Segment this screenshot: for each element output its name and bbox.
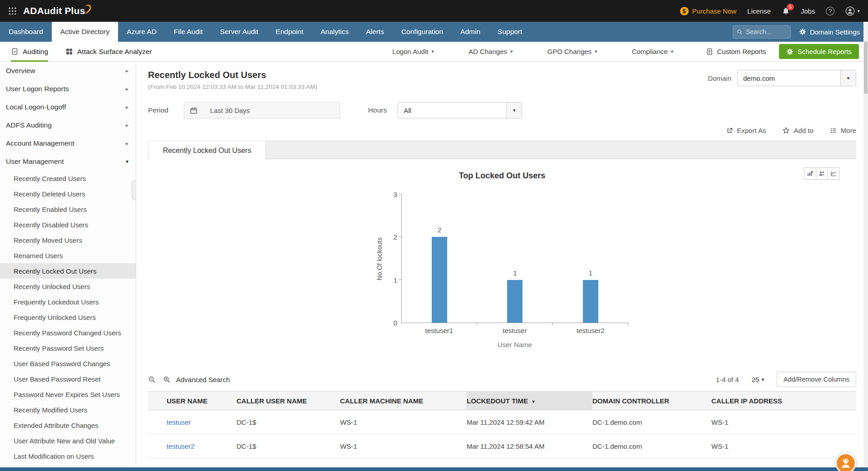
nav-tab-configuration[interactable]: Configuration bbox=[393, 22, 452, 42]
nav-tab-support[interactable]: Support bbox=[489, 22, 531, 42]
sidebar-group-user-logon-reports[interactable]: User Logon Reports▸ bbox=[0, 80, 136, 98]
sidebar-item-extended-attribute-changes[interactable]: Extended Attribute Changes bbox=[0, 417, 136, 433]
advanced-search-icon[interactable] bbox=[163, 376, 171, 383]
chart-type-line-button[interactable] bbox=[828, 167, 840, 180]
column-header-caller-user-name[interactable]: CALLER USER NAME bbox=[237, 392, 340, 410]
scrollbar-thumb[interactable] bbox=[864, 41, 868, 94]
y-tick-label: 1 bbox=[389, 276, 397, 284]
calendar-icon bbox=[190, 107, 197, 114]
chart-type-bar-button[interactable] bbox=[804, 167, 816, 180]
notification-badge: 5 bbox=[787, 4, 794, 10]
sidebar-item-frequently-unlocked-users[interactable]: Frequently Unlocked Users bbox=[0, 309, 136, 325]
column-header-caller-machine-name[interactable]: CALLER MACHINE NAME bbox=[340, 392, 467, 410]
page-title: Recently Locked Out Users bbox=[148, 70, 317, 80]
bar-testuser[interactable]: 1 bbox=[507, 280, 523, 323]
domain-settings-label: Domain Settings bbox=[810, 28, 860, 36]
user-link[interactable]: testuser bbox=[167, 418, 191, 426]
apps-grid-icon[interactable] bbox=[8, 7, 17, 15]
nav-tab-azure-ad[interactable]: Azure AD bbox=[118, 22, 165, 42]
sidebar-item-recently-enabled-users[interactable]: Recently Enabled Users bbox=[0, 201, 136, 217]
column-header-lockedout-time[interactable]: LOCKEDOUT TIME▾ bbox=[467, 392, 592, 410]
chart-type-users-button[interactable] bbox=[816, 167, 828, 180]
app-logo[interactable]: ADAudit Plus bbox=[23, 5, 90, 16]
column-header-domain-controller[interactable]: DOMAIN CONTROLLER bbox=[592, 392, 711, 410]
sidebar-item-recently-moved-users[interactable]: Recently Moved Users bbox=[0, 232, 136, 248]
period-picker[interactable]: Last 30 Days bbox=[184, 102, 340, 118]
menu-ad-changes[interactable]: AD Changes▾ bbox=[469, 48, 513, 55]
add-remove-columns-button[interactable]: Add/Remove Columns bbox=[777, 372, 856, 387]
report-date-range: (From Feb 10,2024 12:03:33 AM to Mar 11,… bbox=[148, 83, 317, 90]
sidebar-item-recently-password-set-users[interactable]: Recently Password Set Users bbox=[0, 340, 136, 356]
sidebar-group-label: User Logon Reports bbox=[6, 85, 69, 93]
sidebar-item-renamed-users[interactable]: Renamed Users bbox=[0, 248, 136, 263]
nav-tab-file-audit[interactable]: File Audit bbox=[165, 22, 212, 42]
domain-select-value: demo.com bbox=[743, 74, 775, 82]
nav-tab-endpoint[interactable]: Endpoint bbox=[267, 22, 312, 42]
tab-auditing[interactable]: Auditing bbox=[11, 42, 48, 62]
quick-search-icon[interactable] bbox=[148, 376, 156, 383]
notifications-button[interactable]: 5 bbox=[782, 7, 790, 15]
chart-plot: 0123211 bbox=[401, 194, 628, 323]
custom-reports-button[interactable]: Custom Reports bbox=[706, 48, 766, 55]
nav-tab-active-directory[interactable]: Active Directory bbox=[52, 22, 118, 42]
column-header-caller-ip-address[interactable]: CALLER IP ADDRESS bbox=[711, 392, 856, 410]
sidebar-item-recently-password-changed-users[interactable]: Recently Password Changed Users bbox=[0, 325, 136, 340]
schedule-reports-button[interactable]: Schedule Reports bbox=[779, 44, 859, 59]
sidebar-item-user-based-password-reset[interactable]: User Based Password Reset bbox=[0, 371, 136, 387]
sidebar-group-adfs-auditing[interactable]: ADFS Auditing▸ bbox=[0, 116, 136, 134]
category-label: testuser1 bbox=[401, 327, 477, 334]
sidebar-item-user-attribute-new-and-old-value[interactable]: User Attribute New and Old Value bbox=[0, 433, 136, 448]
column-header-user-name[interactable]: USER NAME bbox=[148, 392, 237, 410]
primary-nav: DashboardActive DirectoryAzure ADFile Au… bbox=[0, 22, 868, 42]
export-as-button[interactable]: Export As bbox=[726, 127, 766, 134]
report-tab-band: Recently Locked Out Users bbox=[148, 141, 856, 159]
sidebar-item-recently-disabled-users[interactable]: Recently Disabled Users bbox=[0, 217, 136, 232]
purchase-now-button[interactable]: $ Purchase Now bbox=[680, 7, 737, 15]
more-button[interactable]: More bbox=[830, 127, 856, 134]
domain-settings-button[interactable]: Domain Settings bbox=[799, 28, 860, 36]
sidebar-item-password-never-expires-set-users[interactable]: Password Never Expires Set Users bbox=[0, 387, 136, 402]
bar-testuser2[interactable]: 1 bbox=[583, 280, 598, 323]
table-row: testuserDC-1$WS-1Mar 11,2024 12:59:42 AM… bbox=[148, 410, 856, 434]
sidebar-item-recently-locked-out-users[interactable]: Recently Locked Out Users bbox=[0, 263, 136, 279]
menu-compliance[interactable]: Compliance▾ bbox=[632, 48, 674, 55]
menu-gpo-changes[interactable]: GPO Changes▾ bbox=[547, 48, 597, 55]
sidebar-group-overview[interactable]: Overview▸ bbox=[0, 62, 136, 80]
sidebar-item-recently-modified-users[interactable]: Recently Modified Users bbox=[0, 402, 136, 417]
domain-select[interactable]: demo.com ▾ bbox=[737, 70, 856, 86]
advanced-search-link[interactable]: Advanced Search bbox=[176, 376, 230, 383]
sidebar-collapse-handle[interactable] bbox=[132, 180, 136, 200]
page-size-select[interactable]: 25 ▾ bbox=[752, 376, 764, 383]
bar-value-label: 1 bbox=[589, 269, 592, 277]
tab-attack-surface-analyzer[interactable]: Attack Surface Analyzer bbox=[65, 42, 152, 62]
menu-logon-audit[interactable]: Logon Audit▾ bbox=[392, 48, 434, 55]
sidebar-item-recently-unlocked-users[interactable]: Recently Unlocked Users bbox=[0, 279, 136, 294]
nav-tab-server-audit[interactable]: Server Audit bbox=[212, 22, 267, 42]
sidebar-group-local-logon-logoff[interactable]: Local Logon-Logoff▸ bbox=[0, 98, 136, 116]
global-search[interactable] bbox=[733, 25, 791, 39]
search-input[interactable] bbox=[746, 28, 784, 35]
license-link[interactable]: License bbox=[747, 7, 771, 15]
tab-recently-locked-out-users[interactable]: Recently Locked Out Users bbox=[148, 141, 266, 160]
jobs-link[interactable]: Jobs bbox=[801, 7, 815, 15]
hours-select[interactable]: All ▾ bbox=[398, 102, 522, 118]
sidebar-item-user-based-password-changes[interactable]: User Based Password Changes bbox=[0, 356, 136, 371]
cell-user-name: testuser bbox=[148, 410, 237, 434]
user-account-menu[interactable]: ▾ bbox=[845, 6, 860, 16]
user-link[interactable]: testuser2 bbox=[167, 442, 195, 450]
sidebar-item-last-modification-on-users[interactable]: Last Modification on Users bbox=[0, 448, 136, 464]
nav-tab-analytics[interactable]: Analytics bbox=[312, 22, 357, 42]
nav-tab-alerts[interactable]: Alerts bbox=[357, 22, 393, 42]
sidebar-group-account-management[interactable]: Account Management▸ bbox=[0, 134, 136, 152]
help-icon[interactable]: ? bbox=[826, 7, 834, 15]
chart-y-axis-label: No.Of lockouts bbox=[376, 194, 383, 323]
nav-tab-dashboard[interactable]: Dashboard bbox=[0, 22, 52, 42]
sidebar-item-frequently-lockedout-users[interactable]: Frequently Lockedout Users bbox=[0, 294, 136, 309]
sidebar-group-user-management[interactable]: User Management▾ bbox=[0, 152, 136, 171]
nav-tab-admin[interactable]: Admin bbox=[452, 22, 489, 42]
support-chat-button[interactable] bbox=[835, 453, 856, 471]
sidebar-item-recently-created-users[interactable]: Recently Created Users bbox=[0, 171, 136, 186]
bar-testuser1[interactable]: 2 bbox=[432, 237, 447, 323]
sidebar-item-recently-deleted-users[interactable]: Recently Deleted Users bbox=[0, 186, 136, 201]
add-to-button[interactable]: Add to bbox=[782, 127, 813, 134]
